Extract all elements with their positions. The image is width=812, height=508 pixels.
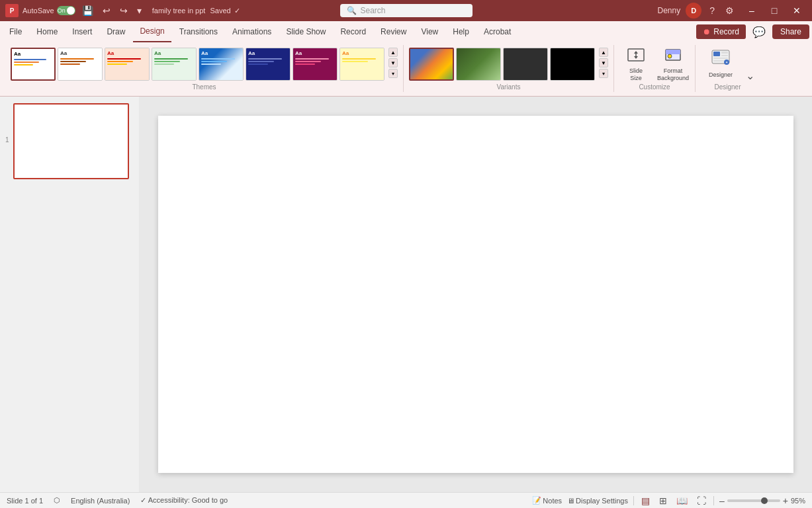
zoom-level[interactable]: 95% <box>791 497 805 505</box>
tab-acrobat[interactable]: Acrobat <box>477 21 518 42</box>
search-area: 🔍 Search <box>340 4 473 17</box>
variants-more[interactable]: ▾ <box>599 69 608 78</box>
svg-marker-3 <box>634 56 638 59</box>
slide-panel: 1 <box>0 97 139 492</box>
close-button[interactable]: ✕ <box>787 4 807 17</box>
themes-scroll-up[interactable]: ▲ <box>388 48 398 57</box>
ribbon-content: Aa Aa <box>0 42 812 96</box>
settings-icon[interactable]: ⚙ <box>723 4 737 17</box>
tab-animations[interactable]: Animations <box>226 21 278 42</box>
designer-button[interactable]: ✦ Designer <box>701 48 741 78</box>
designer-content: ✦ Designer ⌄ <box>701 46 754 82</box>
theme-item-ion-board[interactable]: Aa <box>293 48 338 81</box>
autosave-toggle[interactable]: On <box>57 6 75 15</box>
help-icon[interactable]: ? <box>707 4 717 17</box>
display-settings-button[interactable]: 🖥 Display Settings <box>567 497 628 505</box>
normal-view-button[interactable]: ▤ <box>639 495 652 507</box>
tab-slideshow[interactable]: Slide Show <box>279 21 332 42</box>
canvas-area[interactable] <box>139 97 812 492</box>
search-icon: 🔍 <box>347 6 357 15</box>
tab-home[interactable]: Home <box>30 21 64 42</box>
slide-thumbnail[interactable] <box>13 103 129 179</box>
accessibility-icon-check: ✓ <box>140 496 146 504</box>
designer-group: ✦ Designer ⌄ Designer <box>696 45 760 92</box>
search-placeholder: Search <box>361 6 386 15</box>
accessibility-label: Accessibility: Good to go <box>148 496 228 504</box>
accessibility-check[interactable]: ✓ Accessibility: Good to go <box>140 496 228 505</box>
tab-draw[interactable]: Draw <box>100 21 132 42</box>
share-button[interactable]: Share <box>772 24 809 39</box>
ribbon-right-actions: ⏺ Record 💬 Share <box>696 24 809 40</box>
autosave-label: AutoSave <box>23 7 54 15</box>
variants-scroll-up[interactable]: ▲ <box>599 48 608 57</box>
autosave-control: AutoSave On <box>23 6 75 15</box>
tab-record[interactable]: Record <box>334 21 373 42</box>
theme-item-ion[interactable]: Aa <box>246 48 291 81</box>
svg-rect-5 <box>666 50 680 54</box>
theme-item-office[interactable]: Aa <box>11 48 56 81</box>
slide-size-label: SlideSize <box>629 67 643 82</box>
display-settings-label: Display Settings <box>576 497 628 505</box>
format-background-label: FormatBackground <box>657 67 689 82</box>
tab-design[interactable]: Design <box>133 21 171 42</box>
theme-item-facet[interactable]: Aa <box>152 48 197 81</box>
zoom-out-button[interactable]: – <box>719 495 725 506</box>
redo-icon[interactable]: ↪ <box>117 4 130 17</box>
tab-file[interactable]: File <box>3 21 28 42</box>
powerpoint-logo: P <box>5 4 19 17</box>
variant-item-1[interactable] <box>409 48 454 81</box>
svg-rect-11 <box>713 58 728 59</box>
minimize-button[interactable]: – <box>742 4 762 17</box>
record-button[interactable]: ⏺ Record <box>696 24 746 39</box>
zoom-in-button[interactable]: + <box>783 495 788 506</box>
slide-panel-item: 1 <box>5 103 134 179</box>
tab-help[interactable]: Help <box>446 21 476 42</box>
variants-group: ▲ ▼ ▾ Variants <box>404 45 614 92</box>
svg-rect-10 <box>721 55 728 56</box>
presentation-button[interactable]: ⛶ <box>695 495 708 507</box>
comment-button[interactable]: 💬 <box>750 24 768 40</box>
reading-view-button[interactable]: 📖 <box>674 495 690 507</box>
theme-item-2[interactable]: Aa <box>58 48 103 81</box>
maximize-button[interactable]: □ <box>764 4 784 17</box>
zoom-slider[interactable] <box>727 499 780 502</box>
share-label: Share <box>780 27 801 36</box>
themes-gallery: Aa Aa <box>11 48 384 81</box>
slide-info: Slide 1 of 1 <box>7 497 43 505</box>
accessibility-icon[interactable]: ⬡ <box>54 496 60 505</box>
themes-more[interactable]: ▾ <box>388 69 398 78</box>
save-icon[interactable]: 💾 <box>79 4 96 17</box>
tab-insert[interactable]: Insert <box>66 21 99 42</box>
title-bar-right: Denny D ? ⚙ – □ ✕ <box>658 3 807 19</box>
theme-item-integral[interactable]: Aa <box>199 48 244 81</box>
title-bar: P AutoSave On 💾 ↩ ↪ ▾ family tree in ppt… <box>0 0 812 21</box>
variant-item-2[interactable] <box>456 48 501 81</box>
format-background-button[interactable]: FormatBackground <box>656 48 690 82</box>
slide-size-button[interactable]: SlideSize <box>619 48 653 82</box>
slide-number: 1 <box>5 136 9 144</box>
customize-quick-access[interactable]: ▾ <box>134 4 144 17</box>
undo-icon[interactable]: ↩ <box>100 4 113 17</box>
variant-item-3[interactable] <box>503 48 548 81</box>
ribbon-expand[interactable]: ⌄ <box>746 69 754 82</box>
user-avatar[interactable]: D <box>686 3 701 19</box>
theme-item-colorful[interactable]: Aa <box>105 48 150 81</box>
theme-item-metro[interactable]: Aa <box>339 48 384 81</box>
tab-view[interactable]: View <box>414 21 445 42</box>
svg-rect-8 <box>713 52 720 56</box>
variants-scroll-down[interactable]: ▼ <box>599 58 608 67</box>
status-right: 📝 Notes 🖥 Display Settings ▤ ⊞ 📖 ⛶ – + 9… <box>532 495 805 507</box>
svg-rect-12 <box>713 60 724 62</box>
title-bar-left: P AutoSave On 💾 ↩ ↪ ▾ family tree in ppt… <box>5 4 240 17</box>
main-area: 1 <box>0 97 812 492</box>
notes-button[interactable]: 📝 Notes <box>532 496 562 505</box>
notes-icon: 📝 <box>532 496 541 505</box>
slide-sorter-button[interactable]: ⊞ <box>657 495 669 507</box>
search-box[interactable]: 🔍 Search <box>340 4 473 17</box>
autosave-state: On <box>58 7 66 14</box>
variant-item-4[interactable] <box>550 48 595 81</box>
themes-scroll-down[interactable]: ▼ <box>388 58 398 67</box>
tab-review[interactable]: Review <box>374 21 413 42</box>
tab-transitions[interactable]: Transitions <box>173 21 224 42</box>
themes-group-label: Themes <box>192 82 216 91</box>
